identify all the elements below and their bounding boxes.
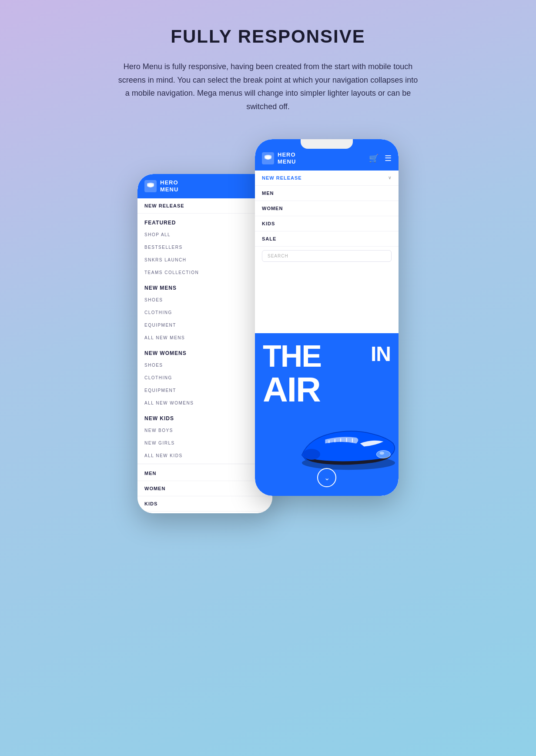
right-nav-women[interactable]: WOMEN <box>255 201 399 216</box>
left-nav-men[interactable]: MEN <box>137 466 272 481</box>
page-description: Hero Menu is fully responsive, having be… <box>116 60 420 113</box>
phone-right: HERO MENU 🛒 ☰ NEW RELEASE ∨ MEN WOMEN KI… <box>255 139 399 496</box>
phone-left: HERO MENU NEW RELEASE FEATURED SHOP ALL … <box>137 174 272 513</box>
sub-mens-equipment[interactable]: EQUIPMENT <box>137 319 272 331</box>
sub-all-new-womens[interactable]: ALL NEW WOMENS <box>137 397 272 409</box>
right-nav-men[interactable]: MEN <box>255 186 399 201</box>
sub-teams[interactable]: TEAMS COLLECTION <box>137 266 272 279</box>
chevron-new-release: ∨ <box>388 175 392 180</box>
scroll-down-button[interactable]: ⌄ <box>317 468 336 487</box>
right-nav-new-release[interactable]: NEW RELEASE ∨ <box>255 171 399 186</box>
sub-all-new-kids[interactable]: ALL NEW KIDS <box>137 449 272 462</box>
left-nav-sale[interactable]: SALE <box>137 512 272 514</box>
hamburger-icon[interactable]: ☰ <box>385 154 392 163</box>
divider-1 <box>137 464 272 464</box>
hero-word-in: IN <box>371 342 391 365</box>
sub-womens-equipment[interactable]: EQUIPMENT <box>137 384 272 397</box>
cart-icon[interactable]: 🛒 <box>369 154 379 163</box>
left-nav-new-release[interactable]: NEW RELEASE <box>137 198 272 214</box>
sub-womens-clothing[interactable]: CLOTHING <box>137 371 272 384</box>
left-nav-women[interactable]: WOMEN <box>137 481 272 496</box>
phones-container: HERO MENU NEW RELEASE FEATURED SHOP ALL … <box>94 139 442 513</box>
section-new-kids: NEW KIDS <box>137 409 272 424</box>
svg-point-7 <box>376 450 390 458</box>
sub-all-new-mens[interactable]: ALL NEW MENS <box>137 331 272 344</box>
right-logo: HERO MENU <box>262 151 296 165</box>
sub-mens-shoes[interactable]: SHOES <box>137 294 272 306</box>
sub-snkrs[interactable]: SNKRS LAUNCH <box>137 254 272 266</box>
sub-shop-all[interactable]: SHOP ALL <box>137 228 272 241</box>
section-new-womens: NEW WOMENS <box>137 344 272 359</box>
right-search-bar[interactable]: SEARCH <box>262 250 392 262</box>
sub-mens-clothing[interactable]: CLOTHING <box>137 306 272 319</box>
phone-notch <box>301 139 353 149</box>
right-logo-text: HERO MENU <box>278 151 296 165</box>
sub-new-girls[interactable]: NEW GIRLS <box>137 437 272 449</box>
hero-word-air: AIR <box>263 370 320 409</box>
svg-point-8 <box>379 452 384 455</box>
section-featured: FEATURED <box>137 214 272 228</box>
sub-bestsellers[interactable]: BESTSELLERS <box>137 241 272 254</box>
hero-image: THE IN AIR <box>255 333 399 496</box>
right-nav-kids[interactable]: KIDS <box>255 216 399 231</box>
left-logo: HERO MENU <box>144 179 178 193</box>
right-nav-sale[interactable]: SALE <box>255 231 399 247</box>
shoe-illustration <box>294 412 399 475</box>
left-nav-kids[interactable]: KIDS <box>137 496 272 512</box>
section-new-mens: NEW MENS <box>137 279 272 294</box>
logo-icon-left <box>144 180 157 192</box>
sub-womens-shoes[interactable]: SHOES <box>137 359 272 371</box>
svg-point-6 <box>303 448 320 459</box>
page-title: FULLY RESPONSIVE <box>171 26 365 47</box>
left-logo-text: HERO MENU <box>160 179 178 193</box>
left-menu-scroll[interactable]: NEW RELEASE FEATURED SHOP ALL BESTSELLER… <box>137 198 272 514</box>
right-nav-icons: 🛒 ☰ <box>369 154 392 163</box>
left-nav-header: HERO MENU <box>137 174 272 198</box>
hero-word-the: THE <box>263 339 321 373</box>
scroll-down-icon: ⌄ <box>324 474 330 482</box>
sub-new-boys[interactable]: NEW BOYS <box>137 424 272 437</box>
right-menu-scroll[interactable]: NEW RELEASE ∨ MEN WOMEN KIDS SALE SEARCH <box>255 171 399 333</box>
logo-icon-right <box>262 152 274 164</box>
